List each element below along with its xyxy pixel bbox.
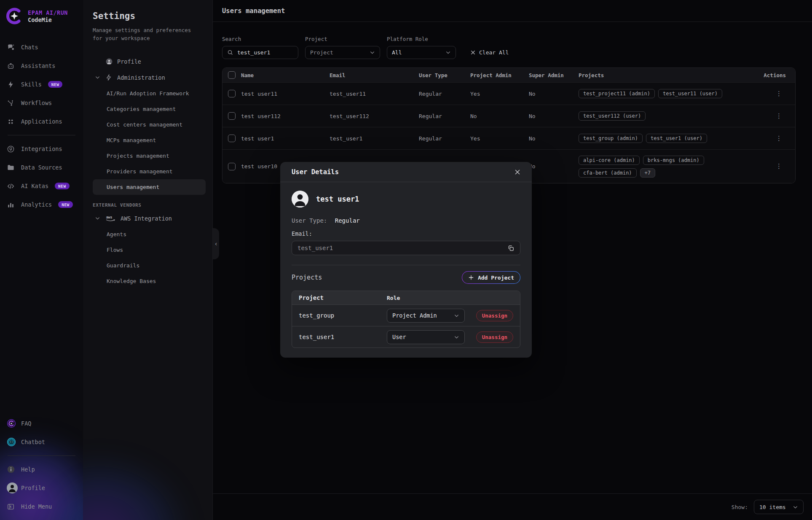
projects-section-title: Projects xyxy=(292,274,322,281)
sidebar-item-profile[interactable]: Profile xyxy=(0,479,83,497)
nav-label: Applications xyxy=(21,118,62,125)
table-header-row: Name Email User Type Project Admin Super… xyxy=(222,68,795,82)
search-input[interactable] xyxy=(237,49,288,56)
nav-label: Data Sources xyxy=(21,164,62,171)
assigned-projects-table: Project Role test_group Project Admin Un… xyxy=(292,291,520,348)
settings-item-flows[interactable]: Flows xyxy=(93,242,206,258)
chatbot-icon xyxy=(7,437,15,447)
project-name: test_group xyxy=(292,312,387,319)
sidebar-item-applications[interactable]: Applications xyxy=(0,112,83,131)
cell-super-admin: No xyxy=(529,91,579,97)
apps-grid-icon xyxy=(7,118,15,126)
email-value: test_user1 xyxy=(297,245,333,251)
sidebar-item-chats[interactable]: Chats xyxy=(0,38,83,57)
sidebar-item-help[interactable]: Help xyxy=(0,460,83,479)
cell-project-admin: No xyxy=(470,113,529,119)
row-actions-menu[interactable]: ⋮ xyxy=(776,91,782,97)
settings-item-knowledge-bases[interactable]: Knowledge Bases xyxy=(93,273,206,289)
settings-item-agents[interactable]: Agents xyxy=(93,226,206,242)
settings-item-profile[interactable]: Profile xyxy=(93,54,206,70)
settings-item-users-management[interactable]: Users management xyxy=(93,179,206,195)
table-row[interactable]: test user1 test_user1 Regular Yes No tes… xyxy=(222,127,795,149)
settings-item-label: Administration xyxy=(117,74,165,81)
cell-user-type: Regular xyxy=(419,113,470,119)
sidebar-item-integrations[interactable]: Integrations xyxy=(0,140,83,158)
table-row[interactable]: test user112 test_user112 Regular No No … xyxy=(222,105,795,127)
panel-collapse-handle[interactable]: ‹ xyxy=(213,228,219,259)
brand-line1: EPAM AI/RUN xyxy=(28,9,68,16)
sidebar-item-workflows[interactable]: Workflows xyxy=(0,94,83,112)
row-checkbox[interactable] xyxy=(228,112,236,120)
settings-item-label: Profile xyxy=(117,58,141,65)
chevron-down-icon xyxy=(95,216,101,221)
platform-role-label: Platform Role xyxy=(387,36,456,42)
pagination-bar: Show: 10 items xyxy=(213,493,812,520)
sidebar-divider xyxy=(8,455,75,456)
nav-label: Chats xyxy=(21,44,38,51)
sidebar-item-hide-menu[interactable]: Hide Menu xyxy=(0,497,83,516)
settings-item-administration[interactable]: Administration xyxy=(93,70,206,86)
row-checkbox[interactable] xyxy=(228,135,236,142)
cell-name: test user11 xyxy=(241,91,330,97)
search-icon xyxy=(227,49,233,56)
project-chip: cfa-bert (admin) xyxy=(579,168,637,178)
project-filter-select[interactable]: Project xyxy=(305,46,380,59)
sidebar-item-skills[interactable]: Skills NEW xyxy=(0,75,83,94)
code-icon xyxy=(7,182,15,190)
role-value: User xyxy=(392,334,406,340)
nav-label: FAQ xyxy=(21,420,31,427)
sidebar-item-data-sources[interactable]: Data Sources xyxy=(0,158,83,177)
chevron-down-icon xyxy=(454,313,459,318)
unassign-button[interactable]: Unassign xyxy=(476,310,513,321)
project-filter-label: Project xyxy=(305,36,380,42)
settings-item-cost-centers-management[interactable]: Cost centers management xyxy=(93,117,206,132)
project-chip: alpi-core (admin) xyxy=(579,156,640,165)
settings-item-providers-management[interactable]: Providers management xyxy=(93,164,206,179)
sidebar-item-assistants[interactable]: Assistants xyxy=(0,57,83,75)
project-chip: test_group (admin) xyxy=(579,134,643,143)
settings-item-aws-integration[interactable]: aws AWS Integration xyxy=(93,210,206,226)
sidebar-item-ai-katas[interactable]: AI Katas NEW xyxy=(0,177,83,195)
page-header: Users management xyxy=(213,0,812,22)
role-select[interactable]: User xyxy=(387,330,465,344)
brand-logo[interactable]: EPAM AI/RUN CodeMie xyxy=(0,0,83,30)
close-icon[interactable] xyxy=(514,169,521,175)
sidebar-item-chatbot[interactable]: Chatbot xyxy=(0,433,83,451)
select-all-checkbox[interactable] xyxy=(228,71,236,79)
add-project-button[interactable]: Add Project xyxy=(462,271,520,284)
primary-nav: Chats Assistants Skills NEW xyxy=(0,38,83,214)
nav-label: Profile xyxy=(21,485,45,491)
page-title: Users management xyxy=(222,7,285,15)
settings-item-mcps-management[interactable]: MCPs management xyxy=(93,132,206,148)
nav-label: Integrations xyxy=(21,145,62,152)
unassign-button[interactable]: Unassign xyxy=(476,331,513,343)
sidebar-item-analytics[interactable]: Analytics NEW xyxy=(0,195,83,214)
role-select[interactable]: Project Admin xyxy=(387,309,465,323)
sidebar-item-faq[interactable]: FAQ xyxy=(0,414,83,433)
settings-item-projects-management[interactable]: Projects management xyxy=(93,148,206,164)
clear-all-button[interactable]: Clear All xyxy=(470,46,509,59)
settings-item-adoption-framework[interactable]: AI/Run Adoption Framework xyxy=(93,86,206,101)
search-field[interactable] xyxy=(222,46,298,59)
settings-item-categories-management[interactable]: Categories management xyxy=(93,101,206,117)
sidebar-footer: FAQ Chatbot xyxy=(0,414,83,520)
row-actions-menu[interactable]: ⋮ xyxy=(776,113,782,119)
row-actions-menu[interactable]: ⋮ xyxy=(776,163,782,170)
cell-email: test_user112 xyxy=(330,113,419,119)
email-field[interactable]: test_user1 xyxy=(292,241,520,255)
page-size-select[interactable]: 10 items xyxy=(754,500,804,514)
settings-item-guardrails[interactable]: Guardrails xyxy=(93,258,206,273)
cell-name: test user112 xyxy=(241,113,330,119)
table-row[interactable]: test user11 test_user11 Regular Yes No t… xyxy=(222,82,795,105)
lightning-icon xyxy=(105,74,113,81)
row-actions-menu[interactable]: ⋮ xyxy=(776,135,782,142)
row-checkbox[interactable] xyxy=(228,90,236,97)
copy-icon[interactable] xyxy=(507,245,515,252)
plug-icon xyxy=(7,145,15,153)
more-projects-chip[interactable]: +7 xyxy=(640,168,655,178)
cell-super-admin: No xyxy=(529,135,579,142)
chevron-down-icon xyxy=(95,75,101,80)
platform-role-select[interactable]: All xyxy=(387,46,456,59)
project-chip: test_user112 (user) xyxy=(579,111,646,121)
row-checkbox[interactable] xyxy=(228,163,236,170)
